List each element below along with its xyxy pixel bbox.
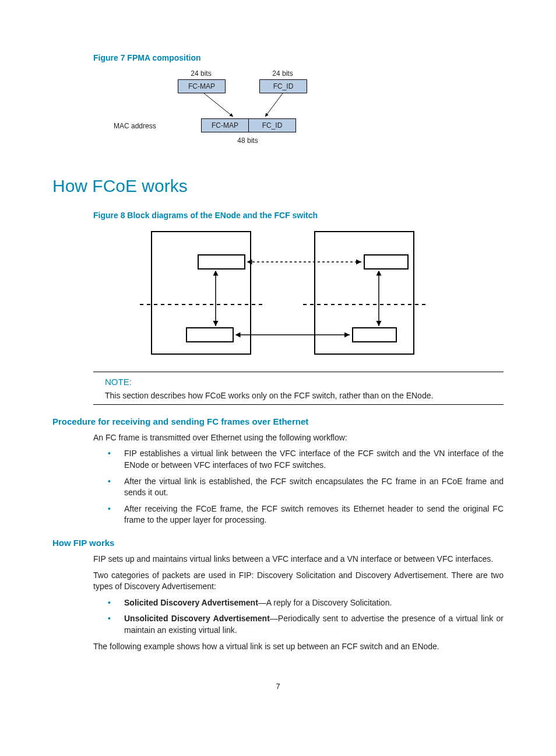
fip-bullets: Solicited Discovery Advertisement—A repl… [108, 597, 504, 636]
svg-rect-4 [198, 255, 245, 269]
fig7-box-fcmap-top: FC-MAP [178, 79, 226, 93]
figure7-diagram: 24 bits 24 bits FC-MAP FC_ID MAC address… [108, 69, 306, 156]
svg-rect-6 [186, 328, 233, 342]
procedure-intro: An FC frame is transmitted over Ethernet… [93, 432, 504, 444]
fig7-bits-left: 24 bits [178, 69, 224, 79]
svg-line-1 [265, 93, 283, 117]
procedure-bullet: After receiving the FCoE frame, the FCF … [108, 503, 504, 526]
page-number: 7 [52, 681, 504, 692]
fip-p3: The following example shows how a virtua… [93, 641, 504, 653]
svg-rect-7 [353, 328, 396, 342]
note-label: NOTE: [105, 376, 504, 388]
fig7-box-fcmap-bottom: FC-MAP [201, 118, 249, 132]
fig7-box-fcid-top: FC_ID [259, 79, 307, 93]
figure8-caption: Figure 8 Block diagrams of the ENode and… [93, 210, 504, 222]
svg-line-0 [204, 93, 233, 117]
procedure-heading: Procedure for receiving and sending FC f… [52, 415, 504, 428]
figure8-diagram [122, 226, 449, 360]
note-text: This section describes how FCoE works on… [105, 390, 504, 402]
fip-heading: How FIP works [52, 537, 504, 549]
fip-bullet: Solicited Discovery Advertisement—A repl… [108, 597, 504, 609]
fig7-bits-bottom: 48 bits [224, 136, 271, 146]
procedure-bullets: FIP establishes a virtual link between t… [108, 448, 504, 526]
fip-p1: FIP sets up and maintains virtual links … [93, 554, 504, 565]
svg-rect-5 [364, 255, 408, 269]
fip-bullet-text: —A reply for a Discovery Solicitation. [258, 598, 392, 607]
fip-p2: Two categories of packets are used in FI… [93, 570, 504, 593]
figure7-caption: Figure 7 FPMA composition [93, 52, 504, 64]
fig7-mac-label: MAC address [114, 121, 156, 131]
fip-bullet: Unsolicited Discovery Advertisement—Peri… [108, 613, 504, 636]
note-block: NOTE: This section describes how FCoE wo… [93, 372, 504, 405]
fig7-box-fcid-bottom: FC_ID [248, 118, 296, 132]
procedure-bullet: After the virtual link is established, t… [108, 476, 504, 499]
fip-bullet-bold: Unsolicited Discovery Advertisement [124, 614, 270, 623]
section-title: How FCoE works [52, 174, 504, 198]
fip-bullet-bold: Solicited Discovery Advertisement [124, 598, 258, 607]
fig7-bits-right: 24 bits [259, 69, 306, 79]
procedure-bullet: FIP establishes a virtual link between t… [108, 448, 504, 471]
